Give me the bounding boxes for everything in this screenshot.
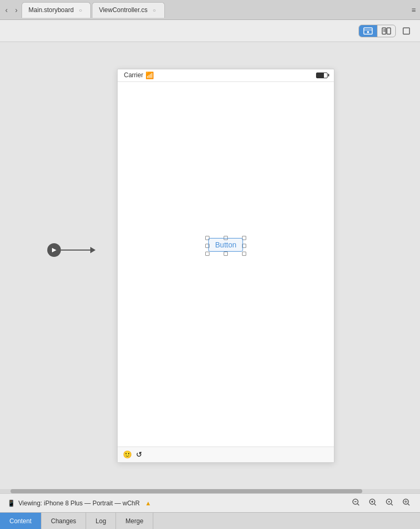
tab-content[interactable]: Content bbox=[0, 513, 41, 529]
bottom-status-bar: 📱 Viewing: iPhone 8 Plus — Portrait — wC… bbox=[0, 493, 420, 512]
tab-changes-label: Changes bbox=[51, 517, 76, 525]
scrollbar-thumb[interactable] bbox=[10, 489, 362, 493]
tab-bar: ‹ › Main.storyboard ○ ViewController.cs … bbox=[0, 0, 420, 20]
canvas-area[interactable]: ▶ Carrier 📶 bbox=[0, 42, 420, 489]
button-selection[interactable]: Button bbox=[207, 238, 244, 254]
battery-fill bbox=[317, 73, 324, 78]
tab-main-storyboard[interactable]: Main.storyboard ○ bbox=[22, 2, 91, 18]
zoom-fill-button[interactable] bbox=[400, 497, 413, 509]
svg-line-20 bbox=[408, 504, 410, 505]
vc-content[interactable]: Button bbox=[118, 82, 334, 447]
svg-line-15 bbox=[374, 504, 376, 505]
handle-bl[interactable] bbox=[205, 252, 209, 256]
zoom-fit-button[interactable] bbox=[383, 497, 396, 509]
entry-circle: ▶ bbox=[47, 243, 61, 257]
handle-bc[interactable] bbox=[224, 252, 228, 256]
iphone-frame: Carrier 📶 Button 🙂 bbox=[117, 69, 334, 463]
tab-content-label: Content bbox=[9, 517, 32, 525]
carrier-info: Carrier 📶 bbox=[124, 71, 154, 79]
standard-editor-icon bbox=[363, 27, 373, 35]
tab-log[interactable]: Log bbox=[86, 513, 116, 529]
editor-toggle-group bbox=[359, 25, 396, 37]
standard-editor-button[interactable] bbox=[359, 25, 377, 37]
zoom-fit-icon bbox=[385, 498, 394, 506]
layout-button[interactable] bbox=[398, 25, 415, 37]
tab-log-label: Log bbox=[96, 517, 106, 525]
zoom-in-icon bbox=[369, 498, 377, 506]
svg-rect-8 bbox=[403, 28, 410, 34]
vc-bottom-bar: 🙂 ↺ bbox=[118, 447, 334, 462]
tab-viewcontroller-cs-label: ViewController.cs bbox=[99, 6, 147, 14]
layout-icon bbox=[403, 27, 410, 35]
wifi-icon: 📶 bbox=[145, 71, 154, 79]
zoom-controls bbox=[350, 497, 413, 509]
zoom-in-button[interactable] bbox=[366, 497, 379, 509]
entry-icon: ▶ bbox=[52, 246, 56, 253]
zoom-out-icon bbox=[352, 498, 360, 506]
tab-merge-label: Merge bbox=[125, 517, 143, 525]
entry-arrow: ▶ bbox=[47, 243, 92, 257]
scrollbar-area[interactable] bbox=[0, 489, 420, 493]
assistant-editor-button[interactable] bbox=[377, 25, 395, 37]
battery-icon bbox=[316, 72, 328, 78]
zoom-fill-icon bbox=[402, 498, 411, 506]
svg-rect-3 bbox=[382, 28, 386, 34]
vc-bottom-icon-1[interactable]: 🙂 bbox=[123, 450, 132, 459]
warning-icon: ▲ bbox=[145, 500, 151, 507]
entry-line bbox=[61, 250, 92, 251]
tab-back-button[interactable]: ‹ bbox=[2, 4, 11, 16]
tab-viewcontroller-cs[interactable]: ViewController.cs ○ bbox=[92, 2, 164, 18]
toolbar bbox=[0, 20, 420, 42]
storyboard-button[interactable]: Button bbox=[208, 238, 243, 252]
viewing-text: Viewing: iPhone 8 Plus — Portrait — wChR bbox=[18, 500, 140, 507]
svg-rect-4 bbox=[387, 28, 391, 34]
bottom-tab-bar: Content Changes Log Merge bbox=[0, 512, 420, 529]
svg-line-17 bbox=[391, 504, 393, 505]
phone-icon: 📱 bbox=[7, 500, 15, 507]
carrier-label: Carrier bbox=[124, 71, 143, 79]
tab-forward-button[interactable]: › bbox=[12, 4, 21, 16]
handle-br[interactable] bbox=[242, 252, 246, 256]
tab-main-storyboard-close[interactable]: ○ bbox=[77, 6, 84, 14]
zoom-out-button[interactable] bbox=[350, 497, 362, 509]
svg-line-11 bbox=[358, 504, 359, 505]
status-bar: Carrier 📶 bbox=[118, 69, 334, 82]
vc-bottom-icon-2[interactable]: ↺ bbox=[136, 450, 142, 459]
tab-viewcontroller-cs-close[interactable]: ○ bbox=[151, 6, 158, 14]
tab-merge[interactable]: Merge bbox=[116, 513, 153, 529]
tab-changes[interactable]: Changes bbox=[41, 513, 86, 529]
svg-point-2 bbox=[367, 31, 369, 33]
viewing-info: 📱 Viewing: iPhone 8 Plus — Portrait — wC… bbox=[7, 500, 151, 507]
tab-main-storyboard-label: Main.storyboard bbox=[28, 6, 74, 14]
svg-point-18 bbox=[388, 501, 390, 503]
assistant-editor-icon bbox=[382, 27, 391, 35]
tab-menu-button[interactable]: ≡ bbox=[410, 4, 418, 16]
